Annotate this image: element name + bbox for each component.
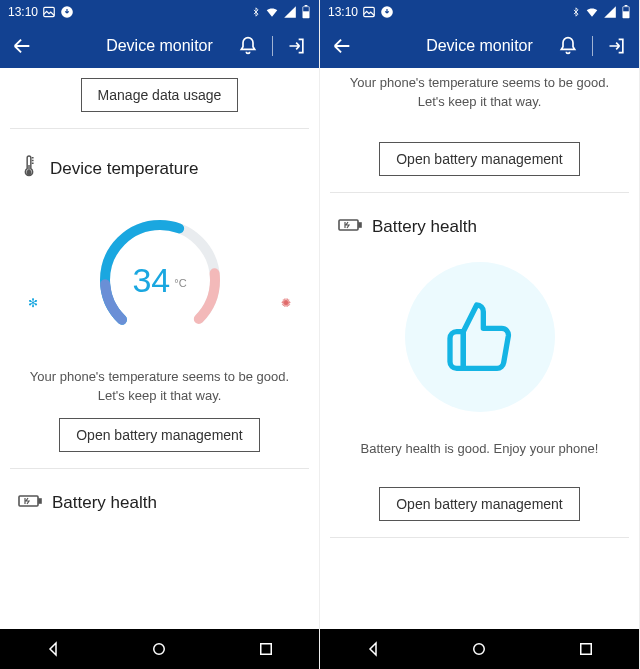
temperature-body-text: Your phone's temperature seems to be goo… bbox=[0, 368, 319, 406]
phone-screen-2: 13:10 bbox=[320, 0, 640, 669]
image-icon bbox=[362, 5, 376, 19]
nav-home-button[interactable] bbox=[467, 637, 491, 661]
status-left: 13:10 bbox=[328, 5, 394, 19]
wifi-icon bbox=[265, 5, 279, 19]
divider bbox=[330, 537, 629, 538]
device-temperature-header: Device temperature bbox=[0, 143, 319, 190]
download-icon bbox=[380, 5, 394, 19]
battery-health-title: Battery health bbox=[52, 493, 157, 513]
nav-back-button[interactable] bbox=[361, 637, 385, 661]
content-area[interactable]: Your phone's temperature seems to be goo… bbox=[320, 68, 639, 629]
download-icon bbox=[60, 5, 74, 19]
svg-rect-26 bbox=[581, 644, 592, 655]
device-temperature-title: Device temperature bbox=[50, 159, 198, 179]
signal-icon bbox=[603, 5, 617, 19]
svg-rect-22 bbox=[623, 7, 629, 11]
status-right bbox=[251, 5, 311, 19]
battery-health-body-text: Battery health is good. Enjoy your phone… bbox=[320, 440, 639, 459]
content-area[interactable]: Manage data usage Device temperature bbox=[0, 68, 319, 629]
svg-rect-24 bbox=[359, 223, 361, 227]
battery-health-title: Battery health bbox=[372, 217, 477, 237]
temperature-body-text: Your phone's temperature seems to be goo… bbox=[320, 74, 639, 112]
temperature-value: 34 bbox=[132, 261, 170, 300]
bluetooth-icon bbox=[251, 5, 261, 19]
svg-rect-21 bbox=[625, 5, 628, 6]
status-time: 13:10 bbox=[328, 5, 358, 19]
battery-health-graphic bbox=[320, 262, 639, 412]
svg-rect-15 bbox=[39, 499, 41, 503]
svg-point-16 bbox=[154, 644, 165, 655]
status-left: 13:10 bbox=[8, 5, 74, 19]
battery-icon bbox=[621, 5, 631, 19]
temperature-unit: °C bbox=[174, 277, 186, 289]
battery-health-header: Battery health bbox=[320, 207, 639, 244]
sign-in-icon[interactable] bbox=[605, 34, 629, 58]
nav-recent-button[interactable] bbox=[574, 637, 598, 661]
status-right bbox=[571, 5, 631, 19]
battery-icon bbox=[301, 5, 311, 19]
sign-in-icon[interactable] bbox=[285, 34, 309, 58]
svg-point-25 bbox=[474, 644, 485, 655]
wifi-icon bbox=[585, 5, 599, 19]
svg-rect-3 bbox=[305, 5, 308, 6]
open-battery-management-button[interactable]: Open battery management bbox=[379, 142, 580, 176]
back-button[interactable] bbox=[330, 34, 354, 58]
nav-recent-button[interactable] bbox=[254, 637, 278, 661]
battery-health-header: Battery health bbox=[0, 483, 319, 520]
android-nav-bar bbox=[320, 629, 639, 669]
bell-icon[interactable] bbox=[556, 34, 580, 58]
nav-home-button[interactable] bbox=[147, 637, 171, 661]
nav-back-button[interactable] bbox=[41, 637, 65, 661]
back-button[interactable] bbox=[10, 34, 34, 58]
snowflake-icon: ✻ bbox=[28, 296, 38, 310]
app-bar: Device monitor bbox=[0, 24, 319, 68]
battery-icon bbox=[338, 217, 362, 238]
bell-icon[interactable] bbox=[236, 34, 260, 58]
divider bbox=[10, 468, 309, 469]
separator bbox=[272, 36, 273, 56]
android-nav-bar bbox=[0, 629, 319, 669]
signal-icon bbox=[283, 5, 297, 19]
thermometer-icon bbox=[18, 153, 40, 184]
bluetooth-icon bbox=[571, 5, 581, 19]
svg-rect-17 bbox=[261, 644, 272, 655]
status-bar: 13:10 bbox=[320, 0, 639, 24]
app-bar: Device monitor bbox=[320, 24, 639, 68]
status-bar: 13:10 bbox=[0, 0, 319, 24]
open-battery-management-button[interactable]: Open battery management bbox=[59, 418, 260, 452]
temperature-gauge: 34 °C ✻ ✺ bbox=[0, 200, 319, 360]
separator bbox=[592, 36, 593, 56]
status-time: 13:10 bbox=[8, 5, 38, 19]
svg-rect-4 bbox=[303, 7, 309, 11]
divider bbox=[10, 128, 309, 129]
image-icon bbox=[42, 5, 56, 19]
divider bbox=[330, 192, 629, 193]
thumbs-up-icon bbox=[440, 295, 520, 379]
sun-icon: ✺ bbox=[281, 296, 291, 310]
battery-icon bbox=[18, 493, 42, 514]
open-battery-management-button[interactable]: Open battery management bbox=[379, 487, 580, 521]
phone-screen-1: 13:10 bbox=[0, 0, 320, 669]
manage-data-usage-button[interactable]: Manage data usage bbox=[81, 78, 239, 112]
